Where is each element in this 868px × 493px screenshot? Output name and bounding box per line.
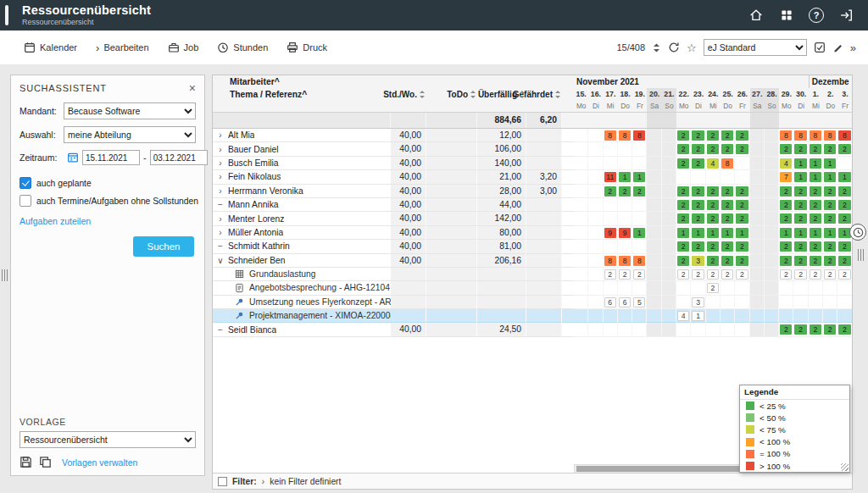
workload-cell[interactable]: 2 [810, 256, 821, 266]
workload-cell[interactable]: 2 [707, 269, 719, 280]
row-expander-icon[interactable]: › [213, 158, 228, 168]
mandant-select[interactable]: Because Software [64, 102, 196, 119]
column-header-todo[interactable]: ToDo [426, 88, 477, 101]
workload-cell[interactable]: 2 [810, 213, 821, 224]
workload-cell[interactable]: 1 [824, 158, 836, 169]
workload-cell[interactable]: 2 [794, 269, 806, 280]
workload-cell[interactable]: 2 [736, 241, 748, 252]
help-icon[interactable]: ? [809, 8, 824, 23]
workload-cell[interactable]: 1 [707, 228, 719, 238]
workload-cell[interactable]: 2 [810, 186, 821, 197]
day-header[interactable]: 19. [632, 88, 647, 101]
row-label-cell[interactable]: ›Fein Nikolaus [213, 170, 391, 184]
row-expander-icon[interactable]: − [213, 200, 228, 209]
row-label-cell[interactable]: ›Busch Emilia [213, 157, 391, 170]
aufgaben-zuteilen-link[interactable]: Aufgaben zuteilen [19, 216, 196, 226]
day-header[interactable]: 28. [765, 88, 779, 101]
workload-cell[interactable]: 1 [692, 311, 704, 321]
filter-checkbox[interactable] [218, 477, 227, 486]
row-expander-icon[interactable]: › [213, 130, 228, 140]
workload-cell[interactable]: 2 [824, 144, 836, 154]
workload-cell[interactable]: 2 [780, 324, 792, 335]
workload-cell[interactable]: 2 [736, 200, 748, 210]
menu-strip[interactable] [5, 5, 8, 25]
workload-cell[interactable]: 2 [824, 213, 836, 224]
workload-cell[interactable]: 1 [780, 228, 792, 238]
workload-cell[interactable]: 2 [838, 241, 850, 252]
workload-cell[interactable]: 2 [838, 186, 850, 197]
workload-cell[interactable]: 2 [677, 144, 689, 154]
workload-cell[interactable]: 2 [721, 186, 733, 197]
workload-cell[interactable]: 2 [736, 269, 748, 280]
workload-cell[interactable]: 2 [838, 213, 850, 224]
job-button[interactable]: Job [166, 39, 201, 56]
workload-cell[interactable]: 2 [780, 256, 792, 266]
day-header[interactable]: 26. [735, 88, 749, 101]
row-expander-icon[interactable]: › [213, 214, 228, 224]
vorlage-select[interactable]: Ressourcenübersicht [19, 431, 196, 448]
logout-icon[interactable] [837, 7, 854, 24]
workload-cell[interactable]: 8 [619, 130, 631, 141]
workload-cell[interactable]: 2 [633, 269, 645, 280]
record-spinner-icon[interactable] [652, 42, 661, 53]
day-header[interactable]: 23. [691, 88, 705, 101]
workload-cell[interactable]: 2 [736, 144, 748, 154]
day-header[interactable]: 18. [618, 88, 632, 101]
workload-cell[interactable]: 2 [721, 269, 733, 280]
workload-cell[interactable]: 6 [604, 297, 616, 307]
workload-cell[interactable]: 2 [692, 144, 704, 154]
workload-cell[interactable]: 2 [619, 186, 631, 197]
workload-cell[interactable]: 2 [707, 256, 719, 266]
bearbeiten-button[interactable]: › Bearbeiten [94, 40, 151, 56]
workload-cell[interactable]: 8 [721, 158, 733, 169]
row-expander-icon[interactable]: − [213, 241, 228, 251]
close-icon[interactable]: × [189, 82, 196, 94]
home-icon[interactable] [748, 7, 765, 24]
workload-cell[interactable]: 2 [707, 130, 719, 141]
workload-cell[interactable]: 2 [677, 130, 689, 141]
edit-icon[interactable] [832, 42, 843, 53]
workload-cell[interactable]: 2 [794, 186, 806, 197]
row-label-cell[interactable]: −Seidl Bianca [213, 323, 391, 336]
scrollbar-thumb[interactable] [576, 466, 746, 472]
workload-cell[interactable]: 2 [794, 324, 806, 335]
workload-cell[interactable]: 2 [633, 186, 645, 197]
workload-cell[interactable]: 3 [692, 256, 704, 266]
workload-cell[interactable]: 2 [604, 186, 616, 197]
workload-cell[interactable]: 1 [794, 158, 806, 169]
day-header[interactable]: 29. [779, 88, 793, 101]
workload-cell[interactable]: 9 [604, 228, 616, 238]
workload-cell[interactable]: 2 [780, 213, 792, 224]
workload-cell[interactable]: 1 [794, 228, 806, 238]
auswahl-select[interactable]: meine Abteilung [64, 126, 196, 143]
legend-resize-grip[interactable] [841, 463, 849, 471]
row-expander-icon[interactable]: › [213, 145, 228, 154]
workload-cell[interactable]: 2 [677, 269, 689, 280]
view-select[interactable]: eJ Standard [704, 39, 807, 56]
row-label-cell[interactable]: ›Müller Antonia [213, 226, 391, 240]
row-expander-icon[interactable]: ∨ [213, 256, 228, 265]
more-chevrons-icon[interactable]: » [850, 42, 856, 53]
workload-cell[interactable]: 2 [692, 130, 704, 141]
kalender-button[interactable]: Kalender [22, 39, 79, 56]
workload-cell[interactable]: 2 [838, 200, 850, 210]
row-label-cell[interactable]: −Mann Annika [213, 198, 391, 212]
day-header[interactable]: 24. [706, 88, 721, 101]
workload-cell[interactable]: 7 [780, 172, 792, 182]
workload-cell[interactable]: 2 [721, 200, 733, 210]
date-from-input[interactable] [82, 150, 140, 165]
workload-cell[interactable]: 2 [707, 241, 719, 252]
day-header[interactable]: 3. [837, 88, 852, 101]
day-header[interactable]: 2. [823, 88, 837, 101]
row-label-cell[interactable]: Projektmanagement - XIMOA-2200047 / Pr [213, 309, 391, 323]
favorite-star-icon[interactable]: ☆ [687, 42, 697, 53]
workload-cell[interactable]: 2 [838, 144, 850, 154]
workload-cell[interactable]: 2 [780, 144, 792, 154]
workload-cell[interactable]: 2 [721, 130, 733, 141]
day-header[interactable]: 30. [793, 88, 808, 101]
workload-cell[interactable]: 8 [619, 256, 631, 266]
day-header[interactable]: 17. [604, 88, 618, 101]
row-label-cell[interactable]: Grundauslastung [213, 268, 391, 281]
suchen-button[interactable]: Suchen [133, 236, 194, 257]
workload-cell[interactable]: 2 [677, 213, 689, 224]
